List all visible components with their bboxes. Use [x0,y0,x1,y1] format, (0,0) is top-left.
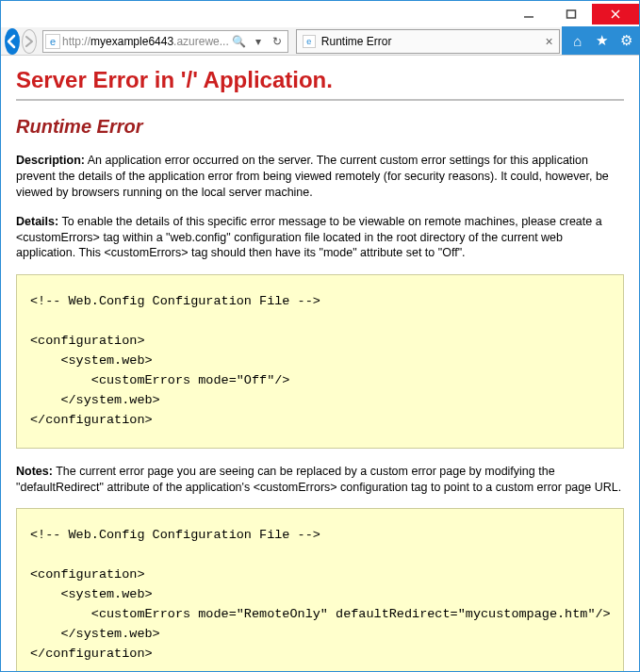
window-minimize-button[interactable] [507,4,550,25]
browser-navbar: e http://myexample6443.azurewe... 🔍 ▾ ↻ … [1,27,639,56]
home-icon[interactable]: ⌂ [569,33,586,49]
forward-button[interactable] [22,29,37,54]
notes-label: Notes: [16,465,53,478]
refresh-icon[interactable]: ↻ [269,35,286,48]
details-text: To enable the details of this specific e… [16,215,602,260]
page-title: Server Error in '/' Application. [16,67,624,93]
tab-close-icon[interactable]: × [546,34,553,49]
address-bar[interactable]: e http://myexample6443.azurewe... 🔍 ▾ ↻ [42,30,288,53]
notes-paragraph: Notes: The current error page you are se… [16,464,624,496]
back-button[interactable] [5,28,20,55]
details-paragraph: Details: To enable the details of this s… [16,214,624,262]
window-titlebar [1,1,639,27]
favorites-icon[interactable]: ★ [594,32,611,49]
gear-icon[interactable]: ⚙ [618,32,635,49]
description-label: Description: [16,154,85,167]
details-label: Details: [16,215,58,228]
window-close-button[interactable] [592,4,639,25]
code-block-2: <!-- Web.Config Configuration File --> <… [16,508,624,671]
tab-title: Runtime Error [321,35,540,48]
notes-text: The current error page you are seeing ca… [16,465,621,494]
dropdown-icon[interactable]: ▾ [250,35,267,48]
window-maximize-button[interactable] [550,4,592,25]
browser-toolbar-right: ⌂ ★ ⚙ [562,26,640,55]
search-icon[interactable]: 🔍 [231,35,248,48]
error-subtitle: Runtime Error [16,116,624,138]
ie-favicon-icon: e [45,34,60,49]
description-paragraph: Description: An application error occurr… [16,153,624,201]
description-text: An application error occurred on the ser… [16,154,609,199]
address-url: http://myexample6443.azurewe... [62,35,229,48]
page-content: Server Error in '/' Application. Runtime… [1,56,639,671]
divider [16,99,624,101]
code-block-1: <!-- Web.Config Configuration File --> <… [16,274,624,448]
tab-favicon-icon: e [303,35,316,48]
browser-tab[interactable]: e Runtime Error × [296,29,560,54]
svg-rect-1 [566,10,575,18]
